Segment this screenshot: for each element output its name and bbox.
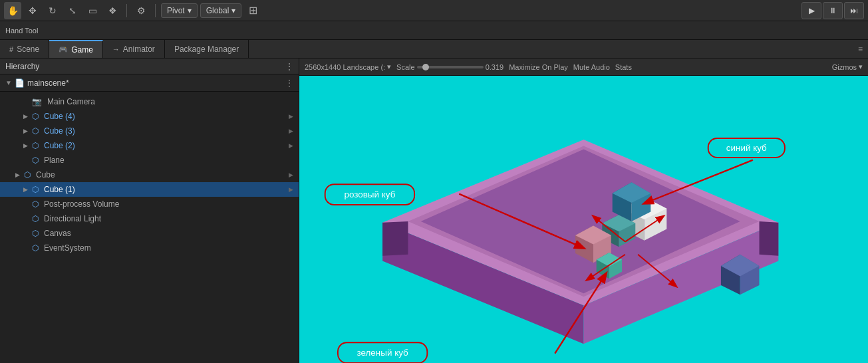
camera-icon: 📷: [32, 97, 42, 106]
hierarchy-item-canvas[interactable]: ⬡ Canvas: [0, 226, 299, 241]
step-button[interactable]: ⏭: [844, 2, 864, 19]
transform-tool-btn[interactable]: ❖: [104, 2, 121, 19]
hierarchy-item-plane[interactable]: ⬡ Plane: [0, 153, 299, 168]
es-icon: ⬡: [32, 243, 39, 253]
global-label: Global: [206, 6, 229, 15]
hierarchy-header: Hierarchy ⋮: [0, 59, 299, 74]
cube1-icon: ⬡: [32, 185, 39, 194]
rect-tool-btn[interactable]: ▭: [84, 2, 101, 19]
game-toolbar: 2560x1440 Landscape (: ▾ Scale 0.319 Max…: [299, 59, 868, 76]
dir-light-label: Directional Light: [44, 214, 101, 223]
maximize-label: Maximize On Play: [509, 63, 568, 71]
hierarchy-menu-btn[interactable]: ⋮: [285, 62, 293, 71]
hierarchy-item-post-process[interactable]: ⬡ Post-process Volume: [0, 197, 299, 211]
canvas-arrow-spacer: [21, 229, 29, 237]
custom-tool-btn[interactable]: ⚙: [132, 2, 150, 19]
resolution-dropdown[interactable]: 2560x1440 Landscape (: ▾: [305, 62, 391, 71]
maximize-btn[interactable]: Maximize On Play: [509, 63, 568, 71]
hierarchy-item-dir-light[interactable]: ⬡ Directional Light: [0, 211, 299, 226]
plane-arrow-spacer: [21, 156, 29, 164]
left-panel: Hierarchy ⋮ ▼ 📄 mainscene* ⋮ 📷 Main Came…: [0, 59, 299, 363]
pivot-label: Pivot: [167, 6, 185, 15]
pp-icon: ⬡: [32, 199, 39, 209]
cube3-icon: ⬡: [32, 126, 39, 136]
scale-control: Scale 0.319: [396, 63, 504, 71]
tab-animator[interactable]: → Animator: [103, 40, 165, 58]
separator-1: [126, 4, 127, 17]
cube3-label: Cube (3): [44, 126, 75, 136]
grid-btn[interactable]: ⊞: [244, 2, 261, 19]
tab-scene-label: Scene: [17, 45, 39, 54]
plane-label: Plane: [44, 156, 65, 165]
hierarchy-item-cube-1[interactable]: ▶ ⬡ Cube (1) ▶: [0, 182, 299, 197]
resolution-chevron: ▾: [387, 62, 391, 71]
scale-slider[interactable]: [417, 66, 484, 68]
hierarchy-label: Hierarchy: [5, 62, 39, 71]
cube1-arrow: ▶: [21, 185, 29, 193]
cube2-expand: ▶: [289, 142, 293, 149]
hierarchy-list: 📷 Main Camera ▶ ⬡ Cube (4) ▶ ▶ ⬡ Cube (3…: [0, 92, 299, 363]
rotate-tool-btn[interactable]: ↻: [44, 2, 61, 19]
scene-icon-sm: 📄: [15, 78, 25, 88]
tab-game-label: Game: [71, 45, 93, 55]
scene-name: mainscene*: [27, 78, 69, 88]
hierarchy-item-cube-2[interactable]: ▶ ⬡ Cube (2) ▶: [0, 138, 299, 153]
gizmos-btn[interactable]: Gizmos ▾: [832, 62, 863, 71]
canvas-icon: ⬡: [32, 229, 39, 238]
main-camera-label: Main Camera: [47, 97, 95, 106]
tab-scene[interactable]: # Scene: [0, 40, 49, 58]
cube-icon: ⬡: [24, 170, 31, 180]
scale-thumb: [422, 64, 429, 70]
global-dropdown[interactable]: Global ▾: [200, 3, 242, 18]
game-canvas: розовый куб синий куб зеленый куб: [299, 76, 868, 363]
hierarchy-item-cube[interactable]: ▶ ⬡ Cube ▶: [0, 168, 299, 182]
tab-game[interactable]: 🎮 Game: [49, 40, 103, 58]
cube4-icon: ⬡: [32, 112, 39, 121]
tabs-row: # Scene 🎮 Game → Animator Package Manage…: [0, 40, 868, 59]
tooltip-bar: Hand Tool: [0, 21, 868, 40]
light-icon: ⬡: [32, 214, 39, 223]
mute-btn[interactable]: Mute Audio: [573, 63, 610, 71]
cube1-label: Cube (1): [44, 185, 75, 194]
canvas-label: Canvas: [44, 229, 71, 238]
svg-text:синий куб: синий куб: [726, 143, 767, 153]
no-arrow: [21, 98, 29, 106]
cube3-expand: ▶: [289, 128, 293, 134]
cube3-arrow: ▶: [21, 127, 29, 135]
tab-package-manager-label: Package Manager: [174, 45, 239, 54]
hand-tool-btn[interactable]: ✋: [4, 2, 21, 19]
cube4-arrow: ▶: [21, 112, 29, 120]
hierarchy-item-event-system[interactable]: ⬡ EventSystem: [0, 241, 299, 255]
scene-menu-icon[interactable]: ⋮: [285, 78, 293, 88]
mute-label: Mute Audio: [573, 63, 610, 71]
hierarchy-item-main-camera[interactable]: 📷 Main Camera: [0, 94, 299, 109]
cube4-expand: ▶: [289, 113, 293, 120]
tabs-menu-icon[interactable]: ≡: [858, 45, 863, 54]
hierarchy-item-cube-3[interactable]: ▶ ⬡ Cube (3) ▶: [0, 124, 299, 138]
scene-expand-arrow: ▼: [5, 79, 12, 86]
es-label: EventSystem: [44, 243, 91, 253]
svg-text:розовый куб: розовый куб: [344, 189, 395, 199]
cube-expand: ▶: [289, 172, 293, 178]
pause-button[interactable]: ⏸: [823, 2, 843, 19]
stats-btn[interactable]: Stats: [615, 63, 632, 71]
pp-label: Post-process Volume: [44, 199, 119, 209]
scene-icon: #: [9, 45, 13, 53]
tab-package-manager[interactable]: Package Manager: [165, 40, 249, 58]
tab-animator-label: Animator: [123, 45, 155, 54]
pivot-dropdown[interactable]: Pivot ▾: [161, 3, 198, 18]
plane-icon: ⬡: [32, 156, 39, 165]
hierarchy-item-cube-4[interactable]: ▶ ⬡ Cube (4) ▶: [0, 109, 299, 124]
game-icon: 🎮: [59, 45, 68, 54]
es-arrow-spacer: [21, 244, 29, 252]
svg-marker-5: [382, 221, 408, 256]
resolution-label: 2560x1440 Landscape (:: [305, 63, 385, 71]
gizmos-label: Gizmos: [832, 63, 857, 71]
scene-svg: розовый куб синий куб зеленый куб: [299, 76, 868, 363]
scale-label: Scale: [396, 63, 415, 71]
scale-tool-btn[interactable]: ⤡: [64, 2, 81, 19]
game-view: 2560x1440 Landscape (: ▾ Scale 0.319 Max…: [299, 59, 868, 363]
play-button[interactable]: ▶: [801, 2, 821, 19]
move-tool-btn[interactable]: ✥: [24, 2, 41, 19]
stats-label: Stats: [615, 63, 632, 71]
